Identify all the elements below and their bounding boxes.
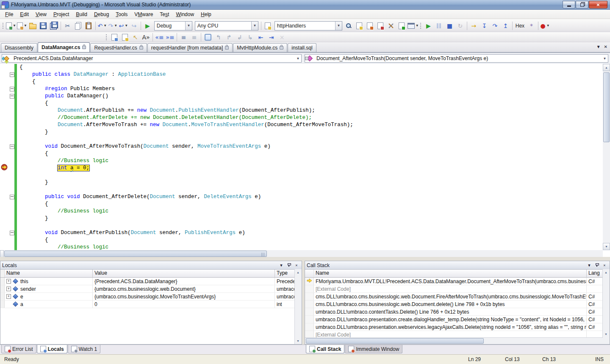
code-line[interactable]: public class DataManager : ApplicationBa… bbox=[0, 71, 603, 78]
call-stack-frame[interactable]: FMoriyama.Umbraco.MVT.DLL!Precedent.ACS.… bbox=[305, 278, 603, 285]
outlining-margin[interactable] bbox=[8, 215, 19, 222]
outlining-margin[interactable] bbox=[8, 186, 19, 193]
display-member-list-icon[interactable] bbox=[109, 33, 119, 42]
copy-icon[interactable] bbox=[73, 21, 83, 30]
scroll-up-icon[interactable]: ▲ bbox=[295, 269, 301, 276]
locals-row[interactable]: +e{umbraco.cms.businesslogic.MoveToTrash… bbox=[0, 293, 302, 301]
tool-tab-call-stack[interactable]: Call Stack bbox=[306, 345, 344, 353]
breakpoint-margin[interactable] bbox=[0, 201, 8, 208]
call-stack-frame[interactable]: umbraco.DLL!umbraco.contentTasks.Delete(… bbox=[305, 308, 603, 316]
step-over-icon[interactable]: ↷ bbox=[490, 21, 500, 30]
close-document-icon[interactable]: ✕ bbox=[604, 44, 607, 49]
breakpoint-margin[interactable] bbox=[0, 107, 8, 114]
outlining-margin[interactable] bbox=[8, 165, 19, 172]
locals-row[interactable]: +a0int bbox=[0, 301, 302, 308]
code-line[interactable]: public void Document_AfterDelete(Documen… bbox=[0, 193, 603, 201]
menu-item-debug[interactable]: Debug bbox=[91, 11, 112, 18]
save-all-icon[interactable] bbox=[49, 21, 59, 30]
outlining-margin[interactable] bbox=[8, 201, 19, 208]
chevron-down-icon[interactable]: ▼ bbox=[546, 24, 550, 28]
chevron-down-icon[interactable]: ▼ bbox=[251, 22, 258, 30]
outlining-margin[interactable] bbox=[8, 100, 19, 107]
code-line[interactable]: } bbox=[0, 129, 603, 136]
bookmark-prev-folder-icon[interactable]: ↲ bbox=[235, 33, 244, 42]
code-line[interactable]: } bbox=[0, 215, 603, 222]
close-icon[interactable]: × bbox=[293, 262, 300, 268]
collapse-icon[interactable] bbox=[10, 87, 14, 91]
breakpoint-margin[interactable] bbox=[0, 229, 8, 237]
scroll-down-icon[interactable]: ▼ bbox=[295, 338, 301, 344]
tool-tab-locals[interactable]: Locals bbox=[37, 345, 67, 353]
tool-tab-immediate-window[interactable]: Immediate Window bbox=[345, 345, 402, 353]
code-line[interactable]: #region Public Members bbox=[0, 85, 603, 93]
locals-row[interactable]: +sender{umbraco.cms.businesslogic.web.Do… bbox=[0, 285, 302, 293]
command-window-icon[interactable] bbox=[397, 21, 407, 30]
tab-install-sql[interactable]: install.sql bbox=[288, 43, 316, 52]
code-line[interactable]: Document.AfterMoveToTrash += new Documen… bbox=[0, 121, 603, 129]
scroll-down-icon[interactable]: ▼ bbox=[603, 331, 609, 337]
outlining-margin[interactable] bbox=[8, 71, 19, 78]
call-stack-frame[interactable]: [External Code] bbox=[305, 285, 603, 293]
outlining-margin[interactable] bbox=[8, 237, 19, 244]
step-into-icon[interactable]: ↧ bbox=[480, 21, 489, 30]
bookmark-next-folder-icon[interactable]: ↳ bbox=[245, 33, 255, 42]
code-line[interactable]: { bbox=[0, 64, 603, 71]
breakpoint-margin[interactable] bbox=[0, 172, 8, 179]
save-icon[interactable] bbox=[39, 21, 48, 30]
breakpoints-window-icon[interactable]: ●▼ bbox=[540, 21, 550, 30]
outlining-margin[interactable] bbox=[8, 244, 19, 250]
horizontal-splitter[interactable] bbox=[0, 257, 610, 261]
find-combo[interactable]: httpHandlers▼ bbox=[274, 21, 342, 30]
code-line[interactable]: void Document_AfterPublish(Document send… bbox=[0, 229, 603, 237]
outlining-margin[interactable] bbox=[8, 136, 19, 143]
tab-mvthttpmodule-cs[interactable]: MvtHttpModule.cs bbox=[233, 43, 287, 52]
outlining-margin[interactable] bbox=[8, 222, 19, 229]
tab-list-dropdown-icon[interactable]: ▼ bbox=[596, 44, 601, 49]
call-stack-frame[interactable]: umbraco.DLL!umbraco.presentation.webserv… bbox=[305, 323, 603, 331]
menu-item-help[interactable]: Help bbox=[197, 11, 215, 18]
outlining-margin[interactable] bbox=[8, 129, 19, 136]
pin-icon[interactable] bbox=[593, 262, 600, 268]
tab-requesthandler-from-metadata-[interactable]: requestHandler [from metadata] bbox=[147, 43, 233, 52]
undo-icon[interactable]: ↶▼ bbox=[97, 21, 107, 30]
bookmark-next-icon[interactable]: ↱ bbox=[224, 33, 234, 42]
comment-selection-icon[interactable]: ≡ bbox=[179, 33, 189, 42]
scrollbar-thumb[interactable] bbox=[306, 338, 484, 344]
bookmark-next-doc-icon[interactable]: ⇥ bbox=[266, 33, 276, 42]
toolbar-grip[interactable] bbox=[105, 33, 108, 41]
chevron-down-icon[interactable]: ▼ bbox=[13, 24, 16, 28]
parameter-info-icon[interactable] bbox=[120, 33, 130, 42]
chevron-down-icon[interactable]: ▼ bbox=[125, 24, 128, 28]
show-threads-icon[interactable]: * bbox=[527, 21, 536, 30]
outlining-margin[interactable] bbox=[8, 229, 19, 237]
uncomment-selection-icon[interactable]: ≡ bbox=[189, 33, 199, 42]
outlining-margin[interactable] bbox=[8, 93, 19, 100]
member-dropdown[interactable]: Document_AfterMoveToTrash(Document sende… bbox=[305, 54, 608, 63]
code-line[interactable]: } bbox=[0, 179, 603, 186]
expand-icon[interactable]: + bbox=[6, 279, 11, 284]
collapse-icon[interactable] bbox=[10, 231, 14, 235]
menu-item-project[interactable]: Project bbox=[50, 11, 72, 18]
splitter-box[interactable] bbox=[0, 250, 4, 257]
scroll-down-icon[interactable]: ▼ bbox=[603, 243, 610, 250]
collapse-icon[interactable] bbox=[10, 195, 14, 199]
code-line[interactable]: int a = 0; bbox=[0, 165, 603, 172]
minimize-button[interactable] bbox=[563, 1, 575, 8]
hex-icon[interactable]: Hex bbox=[514, 21, 526, 30]
code-line[interactable]: { bbox=[0, 237, 603, 244]
call-stack-title-bar[interactable]: Call Stack ▼ × bbox=[305, 261, 610, 270]
breakpoint-margin[interactable] bbox=[0, 129, 8, 136]
code-line[interactable]: { bbox=[0, 78, 603, 85]
editor-vertical-scrollbar[interactable]: ▲ ▼ bbox=[603, 64, 610, 250]
cut-icon[interactable]: ✂ bbox=[63, 21, 72, 30]
open-file-icon[interactable] bbox=[28, 21, 38, 30]
indent-increase-icon[interactable]: »≡ bbox=[165, 33, 175, 42]
outlining-margin[interactable] bbox=[8, 78, 19, 85]
type-dropdown[interactable]: Precedent.ACS.Data.DataManager ▼ bbox=[2, 54, 302, 63]
menu-item-view[interactable]: View bbox=[32, 11, 50, 18]
scroll-up-icon[interactable]: ▲ bbox=[603, 64, 610, 71]
expand-icon[interactable]: + bbox=[6, 287, 11, 291]
show-next-statement-icon[interactable]: → bbox=[469, 21, 479, 30]
code-line[interactable]: //Document.AfterDelete += new Document.D… bbox=[0, 114, 603, 121]
tab-disassembly[interactable]: Disassembly bbox=[1, 43, 37, 52]
